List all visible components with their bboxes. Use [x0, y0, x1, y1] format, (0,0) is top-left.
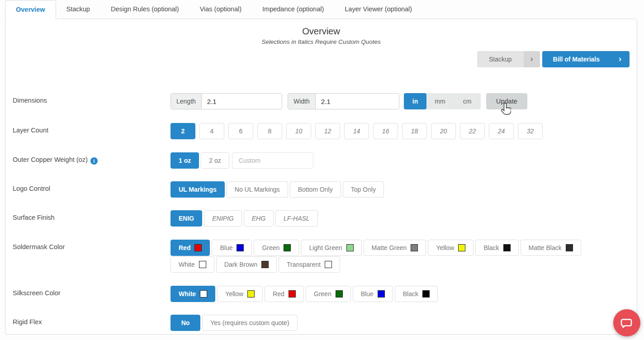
- soldermask-yellow-button[interactable]: Yellow: [428, 240, 474, 256]
- color-swatch: [237, 244, 244, 251]
- finish-lf-hasl-button[interactable]: LF-HASL: [275, 210, 318, 227]
- color-swatch: [199, 261, 206, 268]
- soldermask-white-button[interactable]: White: [170, 256, 214, 273]
- bom-button-label: Bill of Materials: [542, 51, 611, 67]
- width-prefix-label: Width: [288, 94, 316, 109]
- tab-vias[interactable]: Vias (optional): [189, 0, 252, 19]
- width-input-group: Width: [288, 93, 399, 109]
- color-swatch: [422, 290, 430, 298]
- chevron-right-icon: ›: [611, 51, 630, 67]
- color-swatch: [336, 290, 343, 298]
- option-label: Blue: [361, 290, 374, 298]
- tab-layer-viewer[interactable]: Layer Viewer (optional): [334, 0, 422, 19]
- chevron-right-icon: ›: [524, 51, 540, 67]
- layer-option-32[interactable]: 32: [518, 123, 543, 139]
- color-swatch: [566, 244, 573, 251]
- layer-option-20[interactable]: 20: [431, 123, 456, 139]
- live-chat-button[interactable]: [613, 309, 640, 336]
- soldermask-color-row: Soldermask Color Red Blue Green Light Gr…: [5, 240, 637, 273]
- soldermask-dark-brown-button[interactable]: Dark Brown: [216, 256, 277, 273]
- silkscreen-blue-button[interactable]: Blue: [353, 286, 393, 302]
- silkscreen-color-row: Silkscreen Color White Yellow Red Green …: [5, 286, 637, 302]
- rigid-flex-yes-button[interactable]: Yes (requires custom quote): [202, 315, 298, 331]
- soldermask-color-label: Soldermask Color: [5, 240, 170, 250]
- finish-enig-button[interactable]: ENIG: [170, 210, 202, 227]
- layer-option-14[interactable]: 14: [344, 123, 369, 139]
- logo-no-ul-markings-button[interactable]: No UL Markings: [227, 181, 288, 198]
- surface-finish-label: Surface Finish: [5, 210, 170, 221]
- length-input[interactable]: [202, 94, 282, 109]
- finish-enipig-button[interactable]: ENIPIG: [204, 210, 242, 227]
- soldermask-matte-black-button[interactable]: Matte Black: [521, 240, 581, 256]
- unit-toggle: in mm cm: [404, 93, 481, 109]
- option-label: Red: [179, 244, 190, 251]
- color-swatch: [200, 290, 207, 298]
- copper-custom-input[interactable]: [232, 152, 313, 169]
- soldermask-red-button[interactable]: Red: [170, 240, 210, 256]
- soldermask-blue-button[interactable]: Blue: [212, 240, 252, 256]
- update-button[interactable]: Update: [486, 93, 527, 109]
- tab-overview[interactable]: Overview: [5, 0, 56, 19]
- surface-finish-row: Surface Finish ENIG ENIPIG EHG LF-HASL: [5, 210, 637, 227]
- silkscreen-green-button[interactable]: Green: [306, 286, 351, 302]
- option-label: Dark Brown: [224, 261, 257, 268]
- layer-count-label: Layer Count: [5, 123, 170, 134]
- option-label: White: [179, 261, 195, 268]
- width-input[interactable]: [316, 94, 399, 109]
- layer-option-12[interactable]: 12: [315, 123, 340, 139]
- silkscreen-black-button[interactable]: Black: [395, 286, 438, 302]
- layer-option-2[interactable]: 2: [170, 123, 195, 139]
- tab-design-rules[interactable]: Design Rules (optional): [100, 0, 189, 19]
- layer-option-4[interactable]: 4: [199, 123, 224, 139]
- copper-2oz-button[interactable]: 2 oz: [201, 152, 229, 169]
- finish-ehg-button[interactable]: EHG: [244, 210, 274, 227]
- soldermask-green-button[interactable]: Green: [254, 240, 299, 256]
- info-icon[interactable]: i: [90, 157, 98, 165]
- tab-stackup[interactable]: Stackup: [56, 0, 100, 19]
- layer-option-6[interactable]: 6: [228, 123, 253, 139]
- unit-in[interactable]: in: [404, 93, 426, 109]
- copper-weight-label: Outer Copper Weight (oz)i: [5, 152, 170, 165]
- logo-ul-markings-button[interactable]: UL Markings: [170, 181, 225, 198]
- copper-1oz-button[interactable]: 1 oz: [170, 152, 199, 169]
- logo-control-row: Logo Control UL Markings No UL Markings …: [5, 181, 637, 198]
- silkscreen-white-button[interactable]: White: [170, 286, 215, 302]
- chat-bubble-icon: [620, 316, 634, 330]
- color-swatch: [458, 244, 465, 251]
- page-title: Overview: [5, 26, 637, 37]
- layer-option-18[interactable]: 18: [402, 123, 427, 139]
- layer-option-24[interactable]: 24: [489, 123, 514, 139]
- option-label: Light Green: [309, 244, 342, 251]
- tab-impedance[interactable]: Impedance (optional): [252, 0, 334, 19]
- layer-option-22[interactable]: 22: [460, 123, 485, 139]
- logo-bottom-only-button[interactable]: Bottom Only: [290, 181, 341, 198]
- unit-cm[interactable]: cm: [454, 93, 481, 109]
- soldermask-matte-green-button[interactable]: Matte Green: [364, 240, 426, 256]
- layer-option-16[interactable]: 16: [373, 123, 398, 139]
- soldermask-light-green-button[interactable]: Light Green: [301, 240, 361, 256]
- option-label: Matte Black: [529, 244, 562, 251]
- dimensions-label: Dimensions: [5, 93, 170, 104]
- silkscreen-yellow-button[interactable]: Yellow: [217, 286, 263, 302]
- layer-option-8[interactable]: 8: [257, 123, 282, 139]
- copper-weight-row: Outer Copper Weight (oz)i 1 oz 2 oz: [5, 152, 637, 169]
- soldermask-black-button[interactable]: Black: [475, 240, 518, 256]
- stackup-button[interactable]: Stackup ›: [477, 51, 540, 67]
- soldermask-transparent-button[interactable]: Transparent: [279, 256, 340, 273]
- logo-top-only-button[interactable]: Top Only: [343, 181, 384, 198]
- rigid-flex-no-button[interactable]: No: [170, 315, 200, 331]
- color-swatch: [289, 290, 296, 298]
- silkscreen-red-button[interactable]: Red: [265, 286, 304, 302]
- bill-of-materials-button[interactable]: Bill of Materials ›: [542, 51, 630, 67]
- layer-option-10[interactable]: 10: [286, 123, 311, 139]
- option-label: Red: [273, 290, 284, 298]
- copper-weight-label-text: Outer Copper Weight (oz): [13, 156, 88, 163]
- stackup-button-label: Stackup: [477, 51, 524, 67]
- page-subtitle: Selections in Italics Require Custom Quo…: [5, 38, 637, 45]
- nav-buttons: Stackup › Bill of Materials ›: [477, 51, 630, 67]
- option-label: Black: [483, 244, 499, 251]
- color-swatch: [346, 244, 354, 251]
- color-swatch: [503, 244, 511, 251]
- tab-bar: Overview Stackup Design Rules (optional)…: [5, 0, 422, 19]
- unit-mm[interactable]: mm: [426, 93, 454, 109]
